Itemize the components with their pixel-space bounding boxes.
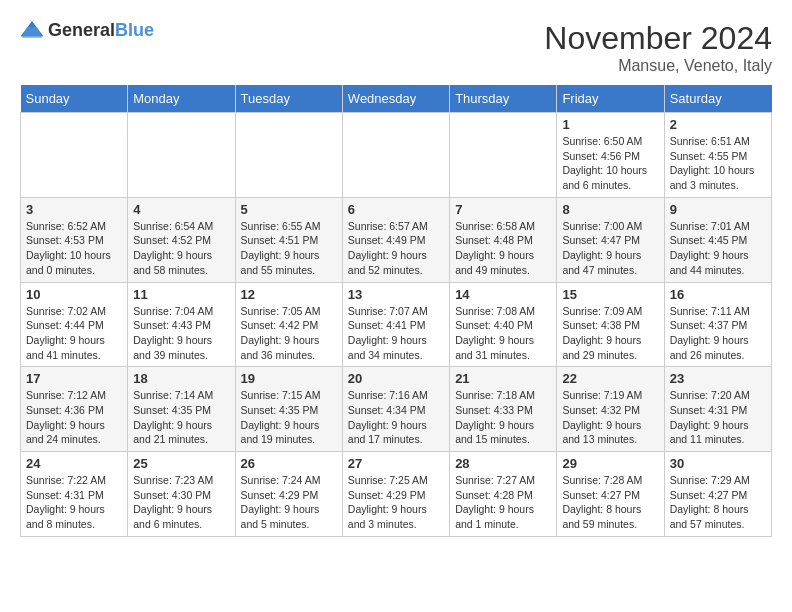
calendar-cell: 28Sunrise: 7:27 AM Sunset: 4:28 PM Dayli…: [450, 452, 557, 537]
logo-general: General: [48, 20, 115, 40]
calendar-cell: 19Sunrise: 7:15 AM Sunset: 4:35 PM Dayli…: [235, 367, 342, 452]
logo-blue: Blue: [115, 20, 154, 40]
day-info: Sunrise: 7:15 AM Sunset: 4:35 PM Dayligh…: [241, 388, 337, 447]
day-info: Sunrise: 7:29 AM Sunset: 4:27 PM Dayligh…: [670, 473, 766, 532]
day-number: 10: [26, 287, 122, 302]
calendar-cell: 25Sunrise: 7:23 AM Sunset: 4:30 PM Dayli…: [128, 452, 235, 537]
calendar-cell: 24Sunrise: 7:22 AM Sunset: 4:31 PM Dayli…: [21, 452, 128, 537]
day-number: 2: [670, 117, 766, 132]
calendar-cell: 4Sunrise: 6:54 AM Sunset: 4:52 PM Daylig…: [128, 197, 235, 282]
calendar-cell: 13Sunrise: 7:07 AM Sunset: 4:41 PM Dayli…: [342, 282, 449, 367]
calendar-cell: 2Sunrise: 6:51 AM Sunset: 4:55 PM Daylig…: [664, 113, 771, 198]
svg-marker-1: [22, 27, 42, 38]
day-info: Sunrise: 7:05 AM Sunset: 4:42 PM Dayligh…: [241, 304, 337, 363]
calendar-cell: 20Sunrise: 7:16 AM Sunset: 4:34 PM Dayli…: [342, 367, 449, 452]
day-info: Sunrise: 7:16 AM Sunset: 4:34 PM Dayligh…: [348, 388, 444, 447]
logo-icon: [20, 21, 44, 41]
calendar-cell: [235, 113, 342, 198]
page-header: GeneralBlue November 2024 Mansue, Veneto…: [20, 20, 772, 75]
day-number: 16: [670, 287, 766, 302]
day-number: 15: [562, 287, 658, 302]
day-number: 12: [241, 287, 337, 302]
day-number: 30: [670, 456, 766, 471]
calendar-cell: 15Sunrise: 7:09 AM Sunset: 4:38 PM Dayli…: [557, 282, 664, 367]
day-info: Sunrise: 7:09 AM Sunset: 4:38 PM Dayligh…: [562, 304, 658, 363]
weekday-header-monday: Monday: [128, 85, 235, 113]
day-number: 22: [562, 371, 658, 386]
day-number: 27: [348, 456, 444, 471]
calendar-week-row: 17Sunrise: 7:12 AM Sunset: 4:36 PM Dayli…: [21, 367, 772, 452]
day-number: 20: [348, 371, 444, 386]
day-number: 17: [26, 371, 122, 386]
day-info: Sunrise: 7:14 AM Sunset: 4:35 PM Dayligh…: [133, 388, 229, 447]
day-info: Sunrise: 7:28 AM Sunset: 4:27 PM Dayligh…: [562, 473, 658, 532]
logo: GeneralBlue: [20, 20, 154, 41]
day-number: 9: [670, 202, 766, 217]
calendar-cell: 27Sunrise: 7:25 AM Sunset: 4:29 PM Dayli…: [342, 452, 449, 537]
calendar-cell: 23Sunrise: 7:20 AM Sunset: 4:31 PM Dayli…: [664, 367, 771, 452]
day-number: 4: [133, 202, 229, 217]
day-info: Sunrise: 7:08 AM Sunset: 4:40 PM Dayligh…: [455, 304, 551, 363]
calendar-cell: 18Sunrise: 7:14 AM Sunset: 4:35 PM Dayli…: [128, 367, 235, 452]
month-title: November 2024: [544, 20, 772, 57]
calendar-cell: [450, 113, 557, 198]
day-number: 18: [133, 371, 229, 386]
weekday-header-sunday: Sunday: [21, 85, 128, 113]
calendar-cell: 22Sunrise: 7:19 AM Sunset: 4:32 PM Dayli…: [557, 367, 664, 452]
day-number: 13: [348, 287, 444, 302]
calendar-cell: 16Sunrise: 7:11 AM Sunset: 4:37 PM Dayli…: [664, 282, 771, 367]
calendar-cell: 10Sunrise: 7:02 AM Sunset: 4:44 PM Dayli…: [21, 282, 128, 367]
day-info: Sunrise: 6:52 AM Sunset: 4:53 PM Dayligh…: [26, 219, 122, 278]
calendar-week-row: 24Sunrise: 7:22 AM Sunset: 4:31 PM Dayli…: [21, 452, 772, 537]
calendar-cell: 14Sunrise: 7:08 AM Sunset: 4:40 PM Dayli…: [450, 282, 557, 367]
day-info: Sunrise: 6:58 AM Sunset: 4:48 PM Dayligh…: [455, 219, 551, 278]
day-info: Sunrise: 6:57 AM Sunset: 4:49 PM Dayligh…: [348, 219, 444, 278]
day-info: Sunrise: 7:01 AM Sunset: 4:45 PM Dayligh…: [670, 219, 766, 278]
calendar-cell: 26Sunrise: 7:24 AM Sunset: 4:29 PM Dayli…: [235, 452, 342, 537]
calendar-cell: 9Sunrise: 7:01 AM Sunset: 4:45 PM Daylig…: [664, 197, 771, 282]
calendar-cell: 21Sunrise: 7:18 AM Sunset: 4:33 PM Dayli…: [450, 367, 557, 452]
day-info: Sunrise: 6:55 AM Sunset: 4:51 PM Dayligh…: [241, 219, 337, 278]
day-number: 25: [133, 456, 229, 471]
calendar-cell: 6Sunrise: 6:57 AM Sunset: 4:49 PM Daylig…: [342, 197, 449, 282]
day-number: 1: [562, 117, 658, 132]
day-info: Sunrise: 7:11 AM Sunset: 4:37 PM Dayligh…: [670, 304, 766, 363]
day-number: 14: [455, 287, 551, 302]
day-info: Sunrise: 6:50 AM Sunset: 4:56 PM Dayligh…: [562, 134, 658, 193]
weekday-header-friday: Friday: [557, 85, 664, 113]
calendar-cell: 1Sunrise: 6:50 AM Sunset: 4:56 PM Daylig…: [557, 113, 664, 198]
calendar-cell: [128, 113, 235, 198]
calendar-cell: [342, 113, 449, 198]
day-number: 5: [241, 202, 337, 217]
calendar-week-row: 3Sunrise: 6:52 AM Sunset: 4:53 PM Daylig…: [21, 197, 772, 282]
calendar-cell: 8Sunrise: 7:00 AM Sunset: 4:47 PM Daylig…: [557, 197, 664, 282]
day-number: 19: [241, 371, 337, 386]
calendar-table: SundayMondayTuesdayWednesdayThursdayFrid…: [20, 85, 772, 537]
calendar-cell: [21, 113, 128, 198]
day-number: 21: [455, 371, 551, 386]
day-number: 26: [241, 456, 337, 471]
calendar-week-row: 10Sunrise: 7:02 AM Sunset: 4:44 PM Dayli…: [21, 282, 772, 367]
calendar-cell: 17Sunrise: 7:12 AM Sunset: 4:36 PM Dayli…: [21, 367, 128, 452]
weekday-header-row: SundayMondayTuesdayWednesdayThursdayFrid…: [21, 85, 772, 113]
day-info: Sunrise: 7:24 AM Sunset: 4:29 PM Dayligh…: [241, 473, 337, 532]
calendar-cell: 7Sunrise: 6:58 AM Sunset: 4:48 PM Daylig…: [450, 197, 557, 282]
day-info: Sunrise: 7:04 AM Sunset: 4:43 PM Dayligh…: [133, 304, 229, 363]
calendar-cell: 12Sunrise: 7:05 AM Sunset: 4:42 PM Dayli…: [235, 282, 342, 367]
day-info: Sunrise: 7:20 AM Sunset: 4:31 PM Dayligh…: [670, 388, 766, 447]
calendar-cell: 3Sunrise: 6:52 AM Sunset: 4:53 PM Daylig…: [21, 197, 128, 282]
calendar-cell: 5Sunrise: 6:55 AM Sunset: 4:51 PM Daylig…: [235, 197, 342, 282]
day-info: Sunrise: 7:07 AM Sunset: 4:41 PM Dayligh…: [348, 304, 444, 363]
day-info: Sunrise: 7:22 AM Sunset: 4:31 PM Dayligh…: [26, 473, 122, 532]
day-info: Sunrise: 7:00 AM Sunset: 4:47 PM Dayligh…: [562, 219, 658, 278]
day-number: 7: [455, 202, 551, 217]
day-number: 3: [26, 202, 122, 217]
weekday-header-wednesday: Wednesday: [342, 85, 449, 113]
title-area: November 2024 Mansue, Veneto, Italy: [544, 20, 772, 75]
day-number: 23: [670, 371, 766, 386]
calendar-cell: 29Sunrise: 7:28 AM Sunset: 4:27 PM Dayli…: [557, 452, 664, 537]
day-number: 6: [348, 202, 444, 217]
day-info: Sunrise: 7:02 AM Sunset: 4:44 PM Dayligh…: [26, 304, 122, 363]
day-info: Sunrise: 7:27 AM Sunset: 4:28 PM Dayligh…: [455, 473, 551, 532]
day-number: 28: [455, 456, 551, 471]
